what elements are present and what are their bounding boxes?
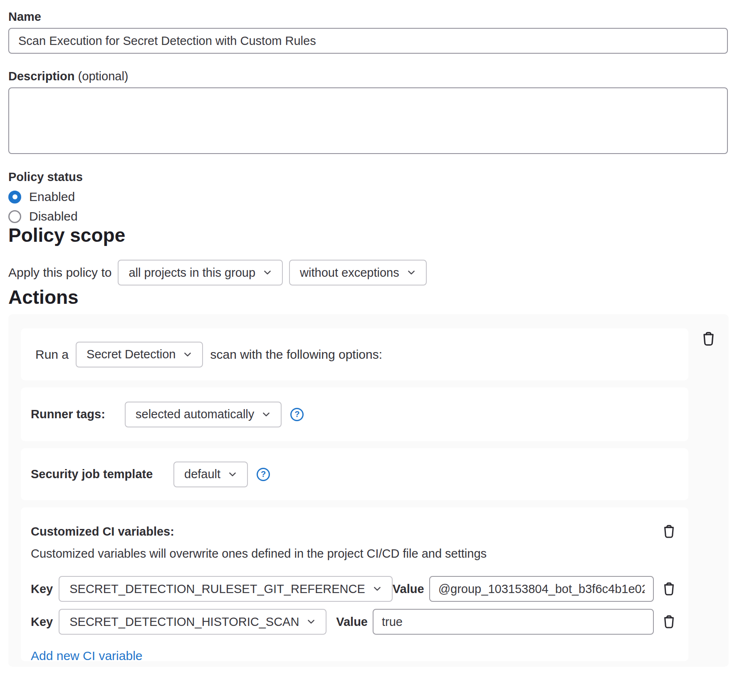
ci-key-dropdown[interactable]: SECRET_DETECTION_HISTORIC_SCAN xyxy=(59,609,326,635)
policy-scope-row: Apply this policy to all projects in thi… xyxy=(8,260,742,285)
security-job-template-card: Security job template default ? xyxy=(21,448,688,500)
chevron-down-icon xyxy=(407,268,416,277)
job-template-dropdown[interactable]: default xyxy=(173,462,248,487)
trash-icon xyxy=(662,615,676,629)
ci-variable-row: Key SECRET_DETECTION_RULESET_GIT_REFEREN… xyxy=(31,576,678,602)
projects-scope-value: all projects in this group xyxy=(129,266,255,280)
chevron-down-icon xyxy=(373,584,382,593)
description-label: Description (optional) xyxy=(8,69,742,84)
scan-type-value: Secret Detection xyxy=(87,348,176,361)
remove-ci-variable-row-button[interactable] xyxy=(660,580,678,598)
chevron-down-icon xyxy=(307,617,316,626)
value-label: Value xyxy=(336,615,368,629)
value-label: Value xyxy=(393,582,424,596)
run-suffix-text: scan with the following options: xyxy=(210,348,382,362)
exceptions-dropdown[interactable]: without exceptions xyxy=(289,260,427,285)
scan-type-dropdown[interactable]: Secret Detection xyxy=(76,342,203,367)
policy-status-label: Policy status xyxy=(8,169,742,184)
chevron-down-icon xyxy=(262,410,271,419)
ci-variables-card: Customized CI variables: Customized vari… xyxy=(21,507,688,661)
action-card-gutter xyxy=(688,328,729,349)
action-panel: Run a Secret Detection scan with the fol… xyxy=(8,314,729,667)
key-label: Key xyxy=(31,582,53,596)
policy-editor-form: Name Description (optional) Policy statu… xyxy=(0,0,742,667)
apply-policy-label: Apply this policy to xyxy=(8,266,111,280)
name-label: Name xyxy=(8,9,742,24)
status-option-disabled[interactable]: Disabled xyxy=(8,209,742,223)
action-cards: Run a Secret Detection scan with the fol… xyxy=(21,328,688,661)
ci-variables-header: Customized CI variables: xyxy=(31,524,678,541)
chevron-down-icon xyxy=(263,268,272,277)
radio-enabled-icon[interactable] xyxy=(8,191,21,204)
ci-key-value: SECRET_DETECTION_HISTORIC_SCAN xyxy=(69,615,299,629)
status-option-enabled[interactable]: Enabled xyxy=(8,190,742,204)
job-template-value: default xyxy=(184,467,220,481)
remove-ci-variable-row-button[interactable] xyxy=(660,613,678,631)
trash-icon xyxy=(701,332,716,346)
runner-tags-card: Runner tags: selected automatically ? xyxy=(21,387,688,441)
ci-value-input[interactable] xyxy=(429,576,654,602)
key-label: Key xyxy=(31,615,53,629)
job-template-label: Security job template xyxy=(31,467,173,481)
radio-disabled-icon[interactable] xyxy=(8,210,21,223)
remove-ci-variables-button[interactable] xyxy=(660,522,678,541)
ci-key-dropdown[interactable]: SECRET_DETECTION_RULESET_GIT_REFERENCE xyxy=(59,576,393,602)
ci-variables-subtitle: Customized variables will overwrite ones… xyxy=(31,546,678,561)
radio-disabled-label: Disabled xyxy=(29,209,78,223)
scan-action-card: Run a Secret Detection scan with the fol… xyxy=(21,328,688,380)
radio-enabled-label: Enabled xyxy=(29,190,75,204)
help-icon[interactable]: ? xyxy=(257,468,270,481)
ci-variable-row: Key SECRET_DETECTION_HISTORIC_SCAN Value xyxy=(31,609,678,635)
trash-icon xyxy=(662,525,676,539)
chevron-down-icon xyxy=(228,470,237,479)
policy-description-textarea[interactable] xyxy=(8,87,728,154)
run-prefix-text: Run a xyxy=(35,348,69,362)
projects-scope-dropdown[interactable]: all projects in this group xyxy=(118,260,283,285)
ci-value-input[interactable] xyxy=(373,609,654,635)
exceptions-value: without exceptions xyxy=(300,266,399,280)
chevron-down-icon xyxy=(183,350,192,359)
actions-heading: Actions xyxy=(8,285,742,309)
remove-action-button[interactable] xyxy=(699,329,718,349)
runner-tags-dropdown[interactable]: selected automatically xyxy=(125,402,282,427)
runner-tags-value: selected automatically xyxy=(136,407,254,421)
trash-icon xyxy=(662,582,676,596)
description-optional-text: (optional) xyxy=(78,70,129,83)
help-icon[interactable]: ? xyxy=(290,408,304,421)
runner-tags-label: Runner tags: xyxy=(31,407,125,421)
policy-name-input[interactable] xyxy=(8,28,728,54)
ci-variables-title: Customized CI variables: xyxy=(31,524,174,539)
description-label-text: Description xyxy=(8,70,75,83)
policy-scope-heading: Policy scope xyxy=(8,223,742,247)
add-ci-variable-link[interactable]: Add new CI variable xyxy=(31,649,142,663)
ci-key-value: SECRET_DETECTION_RULESET_GIT_REFERENCE xyxy=(69,582,365,596)
policy-status-radio-group: Enabled Disabled xyxy=(8,190,742,223)
